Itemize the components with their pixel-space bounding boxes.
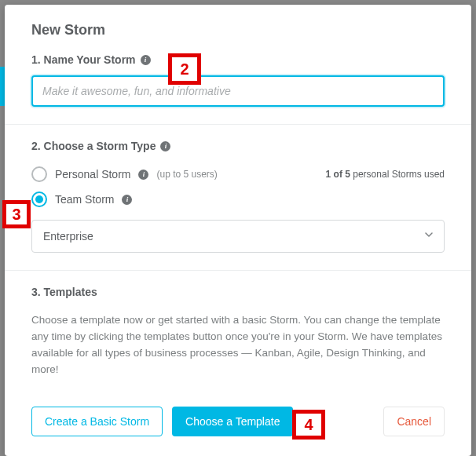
- radio-personal-row[interactable]: Personal Storm i (up to 5 users) 1 of 5 …: [31, 162, 445, 187]
- radio-team-label: Team Storm: [55, 193, 114, 206]
- create-basic-storm-button[interactable]: Create a Basic Storm: [31, 407, 163, 436]
- info-icon[interactable]: i: [138, 170, 148, 180]
- personal-usage: 1 of 5 personal Storms used: [326, 169, 445, 180]
- chevron-down-icon: [425, 232, 433, 240]
- section-1-label: 1. Name Your Storm i: [31, 53, 151, 66]
- section-2-text: 2. Choose a Storm Type: [31, 140, 156, 152]
- section-name-storm: 1. Name Your Storm i: [5, 38, 471, 125]
- team-select-value: Enterprise: [43, 230, 93, 243]
- personal-usage-suffix: personal Storms used: [350, 169, 445, 180]
- modal-header: New Storm: [5, 5, 471, 38]
- team-select[interactable]: Enterprise: [31, 220, 445, 253]
- section-templates: 3. Templates Choose a template now or ge…: [5, 271, 471, 396]
- radio-personal-label: Personal Storm: [55, 168, 130, 181]
- radio-team[interactable]: [31, 192, 47, 207]
- personal-usage-count: 1 of 5: [326, 169, 350, 180]
- modal-footer: Create a Basic Storm Choose a Template C…: [5, 396, 471, 452]
- choose-template-button[interactable]: Choose a Template: [172, 407, 293, 436]
- templates-description: Choose a template now or get started wit…: [31, 312, 445, 378]
- radio-personal[interactable]: [31, 166, 47, 182]
- section-storm-type: 2. Choose a Storm Type i Personal Storm …: [5, 125, 471, 271]
- callout-4: 4: [292, 410, 325, 440]
- storm-name-input[interactable]: [31, 75, 445, 107]
- modal-title: New Storm: [31, 22, 445, 38]
- section-2-label: 2. Choose a Storm Type i: [31, 140, 170, 152]
- info-icon[interactable]: i: [141, 55, 151, 65]
- radio-team-row[interactable]: Team Storm i: [31, 187, 445, 212]
- new-storm-modal: New Storm 1. Name Your Storm i 2. Choose…: [5, 5, 471, 456]
- info-icon[interactable]: i: [160, 141, 170, 151]
- info-icon[interactable]: i: [122, 195, 132, 205]
- cancel-button[interactable]: Cancel: [383, 407, 445, 436]
- callout-2: 2: [168, 53, 201, 85]
- callout-3: 3: [2, 200, 31, 228]
- section-3-label: 3. Templates: [31, 286, 97, 298]
- personal-note: (up to 5 users): [156, 169, 217, 180]
- team-select-wrap: Enterprise: [31, 220, 445, 253]
- section-1-text: 1. Name Your Storm: [31, 53, 136, 66]
